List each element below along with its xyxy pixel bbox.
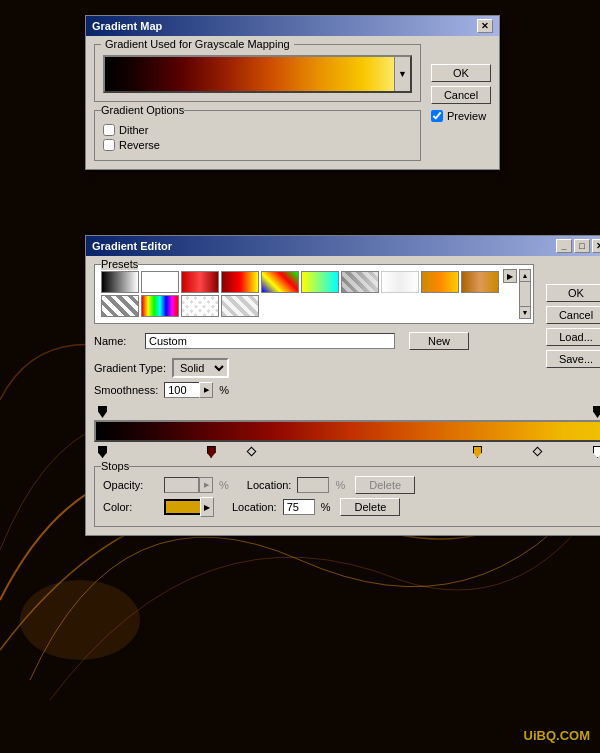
preset-9[interactable] bbox=[421, 271, 459, 293]
preset-2[interactable] bbox=[141, 271, 179, 293]
gradient-map-dialog: Gradient Map ✕ Gradient Used for Graysca… bbox=[85, 15, 500, 170]
new-button[interactable]: New bbox=[409, 332, 469, 350]
preset-12[interactable] bbox=[141, 295, 179, 317]
gradient-map-title: Gradient Map bbox=[92, 20, 162, 32]
color-arrow-btn[interactable]: ▶ bbox=[200, 497, 214, 517]
gradient-editor-titlebar: Gradient Editor _ □ ✕ bbox=[86, 236, 600, 256]
gradient-editor-dialog: Gradient Editor _ □ ✕ Presets bbox=[85, 235, 600, 536]
preset-11[interactable] bbox=[101, 295, 139, 317]
main-gradient-bar[interactable] bbox=[94, 420, 600, 442]
opacity-stops bbox=[94, 406, 600, 420]
preset-5[interactable] bbox=[261, 271, 299, 293]
type-row: Gradient Type: Solid Noise bbox=[94, 358, 600, 378]
color-preview-group: ▶ bbox=[164, 497, 214, 517]
dither-checkbox[interactable] bbox=[103, 124, 115, 136]
smoothness-input[interactable] bbox=[164, 382, 199, 398]
gradient-options-label: Gradient Options bbox=[101, 104, 184, 116]
color-loc-pct: % bbox=[321, 501, 331, 513]
gradient-type-select[interactable]: Solid Noise bbox=[172, 358, 229, 378]
color-stop-black[interactable] bbox=[98, 446, 107, 458]
preset-14[interactable] bbox=[221, 295, 259, 317]
ok-button[interactable]: OK bbox=[431, 64, 491, 82]
opacity-location-input bbox=[297, 477, 329, 493]
color-location-label: Location: bbox=[232, 501, 277, 513]
gradient-used-label: Gradient Used for Grayscale Mapping bbox=[101, 38, 294, 50]
opacity-delete-button: Delete bbox=[355, 476, 415, 494]
opacity-stop-row: Opacity: ▶ % Location: % Delete bbox=[103, 476, 597, 494]
dither-label: Dither bbox=[119, 124, 148, 136]
editor-right-buttons: OK Cancel Load... Save... bbox=[546, 284, 600, 368]
smoothness-stepper: ▶ bbox=[164, 382, 213, 398]
gradient-map-titlebar: Gradient Map ✕ bbox=[86, 16, 499, 36]
color-stop-white[interactable] bbox=[593, 446, 600, 458]
opacity-stepper: ▶ bbox=[164, 477, 213, 493]
presets-grid bbox=[101, 271, 527, 317]
editor-ok-button[interactable]: OK bbox=[546, 284, 600, 302]
opacity-stop-left[interactable] bbox=[98, 406, 107, 418]
preset-7[interactable] bbox=[341, 271, 379, 293]
opacity-value-input bbox=[164, 477, 199, 493]
color-swatch[interactable] bbox=[164, 499, 200, 515]
editor-close-button[interactable]: ✕ bbox=[592, 239, 600, 253]
watermark: UiBQ.COM bbox=[524, 728, 590, 743]
opacity-stepper-btn: ▶ bbox=[199, 477, 213, 493]
close-button[interactable]: ✕ bbox=[477, 19, 493, 33]
scroll-up[interactable]: ▲ bbox=[520, 270, 530, 282]
smoothness-percent: % bbox=[219, 384, 229, 396]
gradient-editor-title: Gradient Editor bbox=[92, 240, 172, 252]
reverse-checkbox[interactable] bbox=[103, 139, 115, 151]
minimize-button[interactable]: _ bbox=[556, 239, 572, 253]
color-stop-orange[interactable] bbox=[473, 446, 482, 458]
titlebar-buttons: ✕ bbox=[477, 19, 493, 33]
preset-3[interactable] bbox=[181, 271, 219, 293]
opacity-location-label: Location: bbox=[247, 479, 292, 491]
color-location-input[interactable] bbox=[283, 499, 315, 515]
maximize-button[interactable]: □ bbox=[574, 239, 590, 253]
preset-1[interactable] bbox=[101, 271, 139, 293]
preset-4[interactable] bbox=[221, 271, 259, 293]
smoothness-row: Smoothness: ▶ % bbox=[94, 382, 600, 398]
scroll-down[interactable]: ▼ bbox=[520, 306, 530, 318]
editor-titlebar-buttons: _ □ ✕ bbox=[556, 239, 600, 253]
svg-point-1 bbox=[20, 580, 140, 660]
preview-label: Preview bbox=[447, 110, 486, 122]
opacity-loc-pct: % bbox=[335, 479, 345, 491]
color-stop-label: Color: bbox=[103, 501, 158, 513]
preview-checkbox[interactable] bbox=[431, 110, 443, 122]
gradient-bar-area bbox=[94, 406, 600, 458]
gradient-type-label: Gradient Type: bbox=[94, 362, 166, 374]
preset-6[interactable] bbox=[301, 271, 339, 293]
preset-8[interactable] bbox=[381, 271, 419, 293]
preset-13[interactable] bbox=[181, 295, 219, 317]
color-stop-diamond1[interactable] bbox=[246, 447, 256, 457]
reverse-label: Reverse bbox=[119, 139, 160, 151]
color-stop-row: Color: ▶ Location: % Delete bbox=[103, 497, 597, 517]
editor-save-button[interactable]: Save... bbox=[546, 350, 600, 368]
stops-label: Stops bbox=[101, 460, 129, 472]
opacity-stop-label: Opacity: bbox=[103, 479, 158, 491]
editor-load-button[interactable]: Load... bbox=[546, 328, 600, 346]
color-stop-diamond2[interactable] bbox=[533, 447, 543, 457]
opacity-pct: % bbox=[219, 479, 229, 491]
name-input[interactable] bbox=[145, 333, 395, 349]
color-stops bbox=[94, 442, 600, 458]
color-stop-darkred[interactable] bbox=[207, 446, 216, 458]
smoothness-stepper-btn[interactable]: ▶ bbox=[199, 382, 213, 398]
gradient-dropdown-btn[interactable]: ▼ bbox=[394, 57, 410, 91]
gradient-preview[interactable]: ▼ bbox=[103, 55, 412, 93]
cancel-button[interactable]: Cancel bbox=[431, 86, 491, 104]
name-label: Name: bbox=[94, 335, 139, 347]
presets-scrollbar[interactable]: ▲ ▼ bbox=[519, 269, 531, 319]
name-row: Name: New bbox=[94, 332, 600, 350]
presets-menu-btn[interactable]: ▶ bbox=[503, 269, 517, 283]
color-delete-button[interactable]: Delete bbox=[340, 498, 400, 516]
presets-label: Presets bbox=[101, 258, 138, 270]
opacity-stop-right[interactable] bbox=[593, 406, 600, 418]
smoothness-label: Smoothness: bbox=[94, 384, 158, 396]
editor-cancel-button[interactable]: Cancel bbox=[546, 306, 600, 324]
preset-10[interactable] bbox=[461, 271, 499, 293]
